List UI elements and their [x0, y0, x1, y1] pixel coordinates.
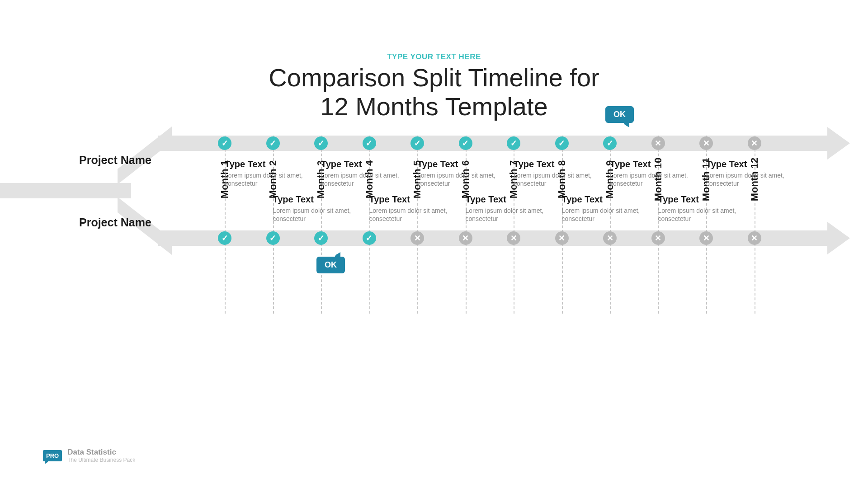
- arrow-bar-top: [158, 136, 827, 151]
- title-line-1: Comparison Split Timeline for: [269, 63, 599, 92]
- check-icon: ✓: [363, 231, 376, 245]
- block-body: Lorem ipsum dolor sit amet, consectetur: [321, 171, 400, 188]
- ok-bubble-bottom: OK: [316, 257, 345, 273]
- text-block: Type TextLorem ipsum dolor sit amet, con…: [466, 194, 545, 223]
- check-icon: ✓: [603, 136, 617, 150]
- arrowhead-bottom: [827, 222, 850, 254]
- pro-badge: PRO: [43, 450, 62, 461]
- block-title: Type Text: [225, 159, 304, 169]
- text-block: Type TextLorem ipsum dolor sit amet, con…: [514, 159, 593, 188]
- block-title: Type Text: [658, 194, 737, 205]
- text-block: Type TextLorem ipsum dolor sit amet, con…: [706, 159, 785, 188]
- check-icon: ✓: [314, 136, 328, 150]
- ok-bubble-top: OK: [605, 106, 634, 123]
- block-body: Lorem ipsum dolor sit amet, consectetur: [610, 171, 689, 188]
- x-icon: ✕: [699, 136, 713, 150]
- text-block: Type TextLorem ipsum dolor sit amet, con…: [658, 194, 737, 223]
- check-icon: ✓: [363, 136, 376, 150]
- footer: PRO Data Statistic The Ultimate Business…: [43, 448, 135, 463]
- check-icon: ✓: [507, 136, 520, 150]
- x-icon: ✕: [651, 136, 665, 150]
- block-body: Lorem ipsum dolor sit amet, consectetur: [706, 171, 785, 188]
- x-icon: ✕: [748, 136, 761, 150]
- x-icon: ✕: [699, 231, 713, 245]
- arrowhead-top: [827, 127, 850, 160]
- text-block: Type TextLorem ipsum dolor sit amet, con…: [610, 159, 689, 188]
- block-title: Type Text: [466, 194, 545, 205]
- block-title: Type Text: [562, 194, 641, 205]
- footer-title: Data Statistic: [67, 448, 135, 457]
- block-body: Lorem ipsum dolor sit amet, consectetur: [466, 206, 545, 223]
- check-icon: ✓: [266, 136, 280, 150]
- block-title: Type Text: [610, 159, 689, 169]
- block-body: Lorem ipsum dolor sit amet, consectetur: [273, 206, 352, 223]
- project-name-top: Project Name: [79, 154, 151, 167]
- text-block: Type TextLorem ipsum dolor sit amet, con…: [417, 159, 496, 188]
- text-block: Type TextLorem ipsum dolor sit amet, con…: [225, 159, 304, 188]
- text-block: Type TextLorem ipsum dolor sit amet, con…: [369, 194, 448, 223]
- block-body: Lorem ipsum dolor sit amet, consectetur: [658, 206, 737, 223]
- block-title: Type Text: [273, 194, 352, 205]
- block-title: Type Text: [369, 194, 448, 205]
- stem-bar: [0, 183, 131, 198]
- x-icon: ✕: [555, 231, 569, 245]
- block-title: Type Text: [514, 159, 593, 169]
- check-icon: ✓: [314, 231, 328, 245]
- text-block: Type TextLorem ipsum dolor sit amet, con…: [321, 159, 400, 188]
- block-title: Type Text: [417, 159, 496, 169]
- x-icon: ✕: [459, 231, 472, 245]
- preheader: TYPE YOUR TEXT HERE: [0, 52, 868, 61]
- text-block: Type TextLorem ipsum dolor sit amet, con…: [273, 194, 352, 223]
- block-body: Lorem ipsum dolor sit amet, consectetur: [225, 171, 304, 188]
- block-body: Lorem ipsum dolor sit amet, consectetur: [369, 206, 448, 223]
- x-icon: ✕: [651, 231, 665, 245]
- x-icon: ✕: [748, 231, 761, 245]
- block-body: Lorem ipsum dolor sit amet, consectetur: [417, 171, 496, 188]
- check-icon: ✓: [218, 136, 231, 150]
- slide: TYPE YOUR TEXT HERE Comparison Split Tim…: [0, 0, 868, 488]
- check-icon: ✓: [266, 231, 280, 245]
- text-block: Type TextLorem ipsum dolor sit amet, con…: [562, 194, 641, 223]
- project-name-bottom: Project Name: [79, 216, 151, 229]
- title-line-2: 12 Months Template: [320, 92, 547, 121]
- x-icon: ✕: [410, 231, 424, 245]
- x-icon: ✕: [603, 231, 617, 245]
- check-icon: ✓: [410, 136, 424, 150]
- check-icon: ✓: [459, 136, 472, 150]
- block-body: Lorem ipsum dolor sit amet, consectetur: [514, 171, 593, 188]
- block-title: Type Text: [321, 159, 400, 169]
- x-icon: ✕: [507, 231, 520, 245]
- arrow-bar-bottom: [158, 230, 827, 246]
- timeline: Project Name Project Name ✓✓Month 1✓✓Mon…: [0, 136, 868, 343]
- block-body: Lorem ipsum dolor sit amet, consectetur: [562, 206, 641, 223]
- slide-title: Comparison Split Timeline for 12 Months …: [0, 63, 868, 122]
- footer-subtitle: The Ultimate Business Pack: [67, 457, 135, 463]
- check-icon: ✓: [555, 136, 569, 150]
- check-icon: ✓: [218, 231, 231, 245]
- block-title: Type Text: [706, 159, 785, 169]
